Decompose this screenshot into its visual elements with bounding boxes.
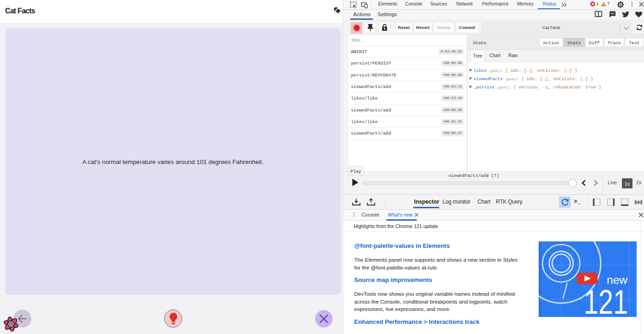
svg-text:121: 121 <box>584 283 628 317</box>
